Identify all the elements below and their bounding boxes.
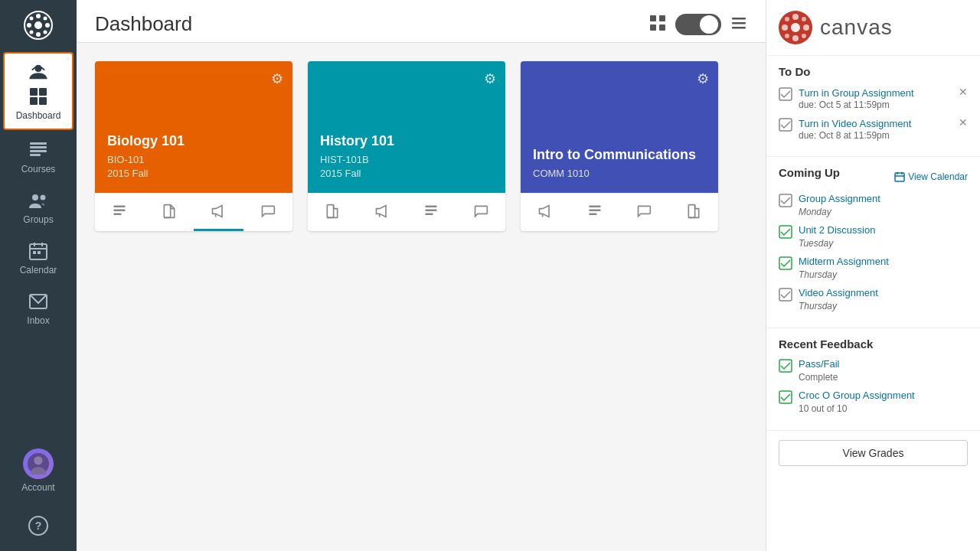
view-grades-button[interactable]: View Grades [779, 440, 968, 466]
feedback-check-icon-1 [779, 390, 792, 404]
todo-close-btn-1[interactable]: ✕ [959, 116, 968, 129]
svg-rect-12 [39, 88, 47, 96]
svg-rect-11 [30, 88, 38, 96]
course-announcements-icon-comm1010[interactable] [521, 194, 570, 231]
svg-rect-41 [164, 205, 170, 218]
course-grades-icon-bio101[interactable] [95, 194, 145, 231]
discussions-icon-3 [636, 204, 652, 219]
course-files-icon-comm1010[interactable] [669, 194, 719, 231]
course-discussions-icon-bio101[interactable] [243, 194, 293, 231]
course-title-comm1010: Intro to Communications [533, 147, 706, 164]
courses-icon [28, 139, 49, 161]
svg-point-7 [44, 17, 47, 21]
course-gear-bio101[interactable]: ⚙ [271, 70, 283, 87]
sidebar-item-help[interactable]: ? [0, 508, 77, 543]
course-discussions-icon-comm1010[interactable] [619, 194, 669, 231]
sidebar-item-account[interactable]: Account [0, 441, 77, 500]
coming-check-1 [779, 225, 792, 242]
todo-check-icon-1 [779, 118, 792, 135]
announcements-icon-2 [374, 204, 390, 219]
sidebar-item-dashboard-label: Dashboard [16, 110, 61, 121]
coming-text-1: Unit 2 Discussion Tuesday [799, 224, 875, 249]
todo-link-0[interactable]: Turn in Group Assignment [799, 87, 914, 99]
hamburger-icon [730, 15, 747, 31]
svg-point-62 [802, 34, 806, 38]
todo-check-icon-0 [779, 87, 792, 104]
coming-link-2[interactable]: Midterm Assignment [799, 256, 889, 267]
dashboard-content: ⚙ Biology 101 BIO-101 2015 Fall [77, 43, 766, 551]
svg-rect-31 [650, 15, 656, 21]
feedback-item-1: Croc O Group Assignment 10 out of 10 [779, 390, 968, 415]
svg-rect-18 [30, 154, 41, 156]
feedback-text-1: Croc O Group Assignment 10 out of 10 [799, 390, 915, 415]
dashboard-svg-icon [28, 86, 49, 107]
svg-rect-34 [659, 24, 665, 31]
course-announcements-icon-hist101[interactable] [358, 194, 407, 231]
checkbox-icon-1 [779, 118, 792, 132]
menu-button[interactable] [730, 15, 747, 34]
canvas-logo-icon [779, 11, 812, 44]
sidebar-item-courses[interactable]: Courses [0, 132, 77, 182]
sidebar-item-groups[interactable]: Groups [0, 182, 77, 233]
sidebar-item-inbox-label: Inbox [27, 315, 49, 326]
todo-due-0: due: Oct 5 at 11:59pm [799, 99, 968, 110]
sidebar-item-calendar[interactable]: Calendar [0, 233, 77, 283]
coming-link-1[interactable]: Unit 2 Discussion [799, 224, 875, 236]
course-announcements-icon-bio101[interactable] [194, 194, 243, 231]
sidebar-item-inbox[interactable]: Inbox [0, 283, 77, 334]
view-toggle[interactable] [675, 14, 721, 35]
svg-rect-16 [30, 146, 47, 148]
coming-check-icon-2 [779, 256, 792, 270]
grid-view-button[interactable] [649, 15, 666, 34]
canvas-brand-text: canvas [820, 15, 893, 40]
todo-item-0: Turn in Group Assignment due: Oct 5 at 1… [779, 86, 968, 110]
course-grades-icon-comm1010[interactable] [570, 194, 620, 231]
course-card-footer-hist101 [308, 193, 505, 231]
svg-point-9 [44, 31, 47, 34]
coming-up-header: Coming Up View Calendar [779, 166, 968, 187]
help-icon: ? [28, 516, 48, 536]
svg-point-19 [32, 194, 38, 201]
course-discussions-icon-hist101[interactable] [456, 194, 506, 231]
coming-item-0: Group Assignment Monday [779, 193, 968, 218]
coming-up-section: Coming Up View Calendar Group A [766, 157, 980, 328]
grades-icon-3 [587, 204, 603, 219]
sidebar-logo [0, 0, 77, 51]
discussions-icon [260, 204, 276, 219]
files-icon-3 [686, 204, 701, 219]
svg-rect-38 [114, 206, 126, 208]
course-card-comm1010: ⚙ Intro to Communications COMM 1010 [521, 61, 718, 231]
feedback-link-0[interactable]: Pass/Fail [799, 358, 839, 370]
recent-feedback-section: Recent Feedback Pass/Fail Complete [766, 328, 980, 431]
sidebar-bottom: Account ? [0, 441, 77, 551]
svg-rect-65 [895, 173, 904, 181]
coming-check-0 [779, 194, 792, 210]
svg-point-57 [782, 24, 788, 31]
svg-rect-51 [589, 214, 596, 216]
feedback-check-0 [779, 359, 792, 376]
course-gear-comm1010[interactable]: ⚙ [697, 70, 709, 87]
coming-link-3[interactable]: Video Assignment [799, 287, 878, 298]
feedback-link-1[interactable]: Croc O Group Assignment [799, 390, 915, 401]
svg-point-1 [34, 21, 42, 29]
announcements-icon [211, 204, 226, 219]
todo-link-1[interactable]: Turn in Video Assignment [799, 118, 911, 129]
svg-point-5 [45, 23, 50, 28]
view-calendar-link[interactable]: View Calendar [894, 171, 968, 182]
coming-text-3: Video Assignment Thursday [799, 287, 878, 312]
course-files-icon-hist101[interactable] [308, 194, 358, 231]
course-files-icon-bio101[interactable] [145, 194, 194, 231]
course-card-bio101: ⚙ Biology 101 BIO-101 2015 Fall [95, 61, 292, 231]
coming-check-3 [779, 288, 792, 305]
grades-icon-2 [423, 204, 439, 219]
coming-link-0[interactable]: Group Assignment [799, 193, 880, 204]
course-gear-hist101[interactable]: ⚙ [484, 70, 496, 87]
course-grades-icon-hist101[interactable] [407, 194, 456, 231]
svg-point-61 [785, 34, 789, 38]
svg-rect-36 [732, 22, 746, 24]
svg-point-54 [791, 23, 800, 32]
coming-when-3: Thursday [799, 301, 837, 311]
todo-text-0: Turn in Group Assignment due: Oct 5 at 1… [799, 86, 968, 110]
todo-close-btn-0[interactable]: ✕ [959, 86, 968, 98]
sidebar-item-dashboard[interactable]: Dashboard [3, 52, 74, 130]
